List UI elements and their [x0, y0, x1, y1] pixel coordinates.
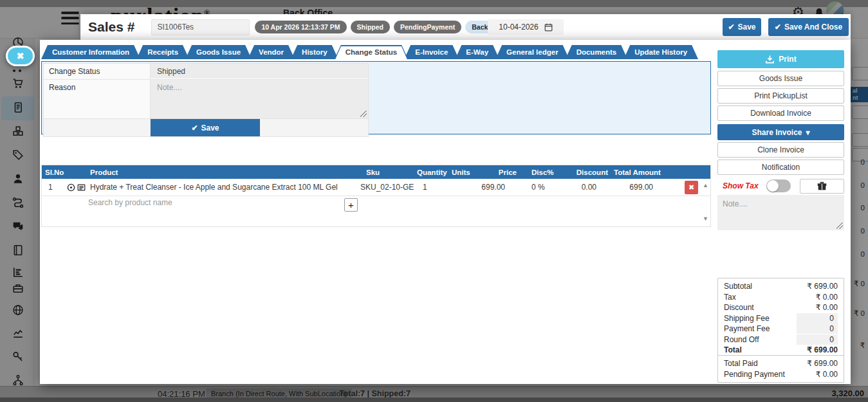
print-pickuplist-button[interactable]: Print PickupList [717, 88, 844, 104]
share-invoice-button[interactable]: Share Invoice▾ [717, 124, 844, 140]
round-off-input[interactable]: 0 [797, 334, 838, 345]
tab-e-invoice[interactable]: E-Invoice [404, 45, 459, 59]
modal-body: Customer Information Receipts Goods Issu… [40, 40, 851, 384]
change-status-label: Change Status [44, 64, 151, 79]
gift-icon [817, 181, 827, 191]
change-status-save-button[interactable]: ✔Save [151, 119, 260, 136]
screen: purlation® Back Office ⚙ [0, 0, 868, 402]
tab-goods-issue[interactable]: Goods Issue [185, 45, 252, 59]
save-button[interactable]: ✔Save [723, 18, 761, 36]
show-tax-label: Show Tax [723, 181, 759, 190]
datetime-badge: 10 Apr 2026 12:13:37 PM [255, 21, 346, 33]
calendar-icon [544, 23, 553, 32]
order-date-picker[interactable]: 10-04-2026 [488, 19, 564, 35]
status-badges: 10 Apr 2026 12:13:37 PM Shipped PendingP… [255, 21, 513, 33]
item-price[interactable]: 699.00 [478, 183, 528, 192]
reason-textarea[interactable] [157, 83, 362, 115]
scroll-up-icon[interactable]: ▲ [703, 182, 708, 188]
totals-panel: Subtotal₹ 699.00 Tax₹ 0.00 Discount₹ 0.0… [717, 278, 844, 359]
item-quantity[interactable]: 1 [414, 183, 448, 192]
change-status-panel: Change Status Shipped Reason ✔Save [41, 61, 711, 134]
product-search-row: + [42, 196, 710, 214]
reason-field-wrap [151, 80, 368, 118]
tab-customer-information[interactable]: Customer Information [41, 45, 140, 59]
item-details-icon[interactable] [77, 183, 86, 192]
scroll-down-icon[interactable]: ▼ [703, 215, 708, 222]
tab-history[interactable]: History [291, 45, 338, 59]
tab-documents[interactable]: Documents [566, 45, 628, 59]
pending-payment-value: ₹ 0.00 [816, 370, 838, 379]
notification-button[interactable]: Notification [717, 160, 844, 175]
item-total: 699.00 [611, 183, 681, 192]
goods-issue-button[interactable]: Goods Issue [717, 71, 844, 86]
check-icon: ✔ [191, 123, 198, 132]
print-button[interactable]: Print [717, 50, 844, 68]
check-icon: ✔ [728, 23, 734, 32]
discount-value: ₹ 0.00 [816, 303, 838, 312]
tax-value: ₹ 0.00 [816, 293, 838, 302]
save-and-close-button[interactable]: ✔Save And Close [768, 18, 849, 36]
product-search-input[interactable] [88, 198, 300, 207]
change-status-select[interactable]: Shipped [151, 64, 368, 78]
tab-change-status[interactable]: Change Status [335, 45, 409, 59]
payment-summary-panel: Total Paid₹ 699.00 Pending Payment₹ 0.00 [717, 355, 844, 383]
item-discount[interactable]: 0.00 [566, 183, 611, 192]
subtotal-value: ₹ 699.00 [807, 282, 838, 291]
tab-e-way[interactable]: E-Way [455, 45, 499, 59]
total-paid-value: ₹ 699.00 [807, 359, 838, 368]
total-value: ₹ 699.00 [807, 345, 838, 354]
payment-fee-input[interactable]: 0 [797, 324, 838, 334]
items-table: Sl.No Product Sku Quantity Units Price D… [41, 165, 711, 227]
clone-invoice-button[interactable]: Clone Invoice [717, 142, 844, 158]
item-row: 1 Hydrate + Treat Cleanser - Ice Apple a… [42, 179, 710, 196]
item-product-name: Hydrate + Treat Cleanser - Ice Apple and… [87, 183, 357, 192]
tab-general-ledger[interactable]: General ledger [495, 45, 569, 59]
download-icon [765, 55, 775, 64]
status-badge: Shipped [351, 21, 390, 33]
resize-grip-icon[interactable] [360, 111, 367, 117]
view-item-icon[interactable] [67, 183, 75, 192]
resize-grip-icon[interactable] [836, 223, 843, 229]
tab-bar: Customer Information Receipts Goods Issu… [41, 45, 694, 59]
items-table-header: Sl.No Product Sku Quantity Units Price D… [42, 165, 710, 179]
order-id-input[interactable] [151, 19, 250, 35]
item-sku: SKU_02-10-GE [357, 183, 414, 192]
invoice-note-textarea[interactable] [717, 195, 844, 230]
item-disc-percent[interactable]: 0 % [528, 183, 566, 192]
tab-receipts[interactable]: Receipts [136, 45, 189, 59]
add-product-button[interactable]: + [344, 198, 358, 212]
reason-label: Reason [44, 80, 151, 118]
payment-status-badge: PendingPayment [394, 21, 461, 33]
download-invoice-button[interactable]: Download Invoice [717, 105, 844, 121]
check-icon: ✔ [775, 23, 781, 32]
shipping-fee-input[interactable]: 0 [797, 313, 838, 324]
modal-header: Sales # 10 Apr 2026 12:13:37 PM Shipped … [80, 14, 851, 40]
close-modal-button[interactable]: ✖ [6, 46, 35, 66]
gift-button[interactable] [800, 179, 844, 194]
tab-vendor[interactable]: Vendor [248, 45, 295, 59]
delete-item-button[interactable]: ✖ [685, 181, 698, 194]
show-tax-toggle[interactable] [766, 179, 791, 192]
tab-update-history[interactable]: Update History [623, 45, 698, 59]
sales-order-modal: Sales # 10 Apr 2026 12:13:37 PM Shipped … [0, 0, 868, 402]
page-title: Sales # [88, 19, 134, 35]
invoice-note-wrap [717, 195, 844, 230]
caret-down-icon: ▾ [806, 128, 810, 137]
